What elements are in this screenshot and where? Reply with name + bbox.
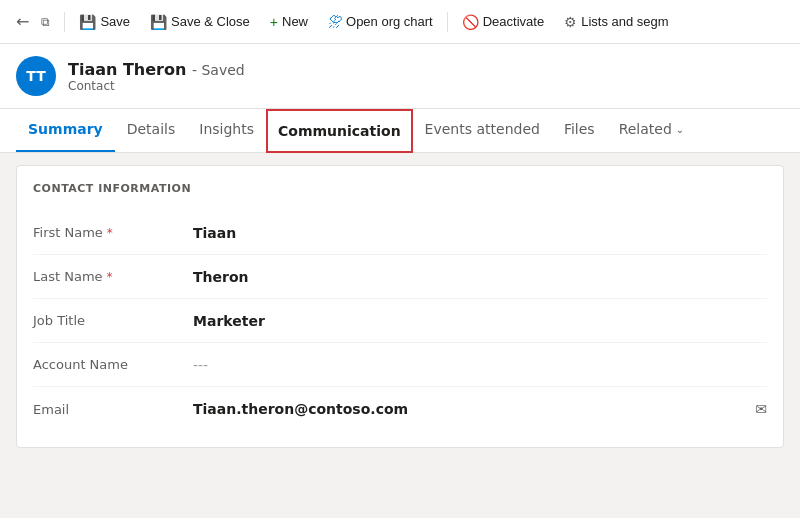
record-title: Tiaan Theron - Saved Contact bbox=[68, 60, 245, 93]
org-chart-icon: ⛈ bbox=[328, 14, 342, 30]
job-title-value[interactable]: Marketer bbox=[193, 313, 767, 329]
last-name-value[interactable]: Theron bbox=[193, 269, 767, 285]
save-icon: 💾 bbox=[79, 14, 96, 30]
first-name-row: First Name * Tiaan bbox=[33, 211, 767, 255]
tab-summary[interactable]: Summary bbox=[16, 108, 115, 152]
new-button[interactable]: + New bbox=[262, 10, 316, 34]
record-name: Tiaan Theron - Saved bbox=[68, 60, 245, 79]
save-close-label: Save & Close bbox=[171, 14, 250, 29]
lists-icon: ⚙ bbox=[564, 14, 577, 30]
contact-information-card: CONTACT INFORMATION First Name * Tiaan L… bbox=[16, 165, 784, 448]
record-header: TT Tiaan Theron - Saved Contact bbox=[0, 44, 800, 109]
main-content: CONTACT INFORMATION First Name * Tiaan L… bbox=[0, 153, 800, 515]
tab-events[interactable]: Events attended bbox=[413, 108, 552, 152]
account-name-row: Account Name --- bbox=[33, 343, 767, 387]
tab-insights[interactable]: Insights bbox=[187, 108, 266, 152]
new-label: New bbox=[282, 14, 308, 29]
email-label: Email bbox=[33, 402, 193, 417]
chevron-down-icon: ⌄ bbox=[676, 124, 684, 135]
toolbar: ← ⧉ 💾 Save 💾 Save & Close + New ⛈ Open o… bbox=[0, 0, 800, 44]
tab-communication[interactable]: Communication bbox=[266, 109, 413, 153]
account-name-value[interactable]: --- bbox=[193, 357, 767, 373]
tabs-bar: Summary Details Insights Communication E… bbox=[0, 109, 800, 153]
email-action-icon[interactable]: ✉ bbox=[755, 401, 767, 417]
contact-name: Tiaan Theron bbox=[68, 60, 186, 79]
record-type: Contact bbox=[68, 79, 245, 93]
lists-button[interactable]: ⚙ Lists and segm bbox=[556, 10, 676, 34]
avatar: TT bbox=[16, 56, 56, 96]
tab-details[interactable]: Details bbox=[115, 108, 188, 152]
saved-indicator: - Saved bbox=[192, 62, 245, 78]
required-indicator: * bbox=[107, 226, 113, 240]
separator-2 bbox=[447, 12, 448, 32]
open-org-chart-button[interactable]: ⛈ Open org chart bbox=[320, 10, 441, 34]
email-value[interactable]: Tiaan.theron@contoso.com bbox=[193, 401, 747, 417]
first-name-label: First Name * bbox=[33, 225, 193, 240]
back-button[interactable]: ← bbox=[12, 8, 33, 35]
separator-1 bbox=[64, 12, 65, 32]
first-name-value[interactable]: Tiaan bbox=[193, 225, 767, 241]
deactivate-label: Deactivate bbox=[483, 14, 544, 29]
last-name-row: Last Name * Theron bbox=[33, 255, 767, 299]
tab-related[interactable]: Related ⌄ bbox=[607, 108, 697, 152]
open-org-chart-label: Open org chart bbox=[346, 14, 433, 29]
save-button[interactable]: 💾 Save bbox=[71, 10, 138, 34]
deactivate-icon: 🚫 bbox=[462, 14, 479, 30]
save-close-icon: 💾 bbox=[150, 14, 167, 30]
deactivate-button[interactable]: 🚫 Deactivate bbox=[454, 10, 552, 34]
save-close-button[interactable]: 💾 Save & Close bbox=[142, 10, 258, 34]
expand-button[interactable]: ⧉ bbox=[37, 11, 54, 33]
tab-files[interactable]: Files bbox=[552, 108, 607, 152]
job-title-label: Job Title bbox=[33, 313, 193, 328]
avatar-initials: TT bbox=[26, 68, 45, 84]
required-indicator: * bbox=[107, 270, 113, 284]
email-row: Email Tiaan.theron@contoso.com ✉ bbox=[33, 387, 767, 431]
save-label: Save bbox=[100, 14, 130, 29]
section-title: CONTACT INFORMATION bbox=[33, 182, 767, 195]
navigation-controls: ← ⧉ bbox=[8, 8, 58, 35]
last-name-label: Last Name * bbox=[33, 269, 193, 284]
lists-label: Lists and segm bbox=[581, 14, 668, 29]
job-title-row: Job Title Marketer bbox=[33, 299, 767, 343]
new-icon: + bbox=[270, 14, 278, 30]
account-name-label: Account Name bbox=[33, 357, 193, 372]
